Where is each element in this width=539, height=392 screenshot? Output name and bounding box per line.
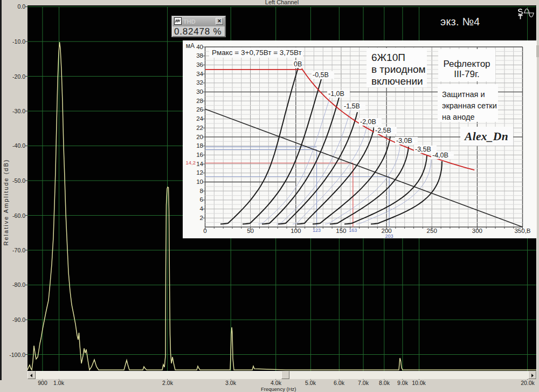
svg-text:300: 300 <box>472 228 482 234</box>
svg-text:24: 24 <box>196 115 203 122</box>
svg-text:203: 203 <box>385 233 393 238</box>
svg-text:III-79г.: III-79г. <box>454 69 480 79</box>
svg-text:26: 26 <box>196 106 203 113</box>
svg-text:Рефлектор: Рефлектор <box>443 59 490 69</box>
svg-text:-3,0B: -3,0B <box>396 137 412 145</box>
svg-text:8: 8 <box>200 188 203 194</box>
svg-text:-0,5B: -0,5B <box>313 71 329 79</box>
svg-text:20: 20 <box>196 134 203 140</box>
svg-text:6: 6 <box>200 196 203 203</box>
svg-text:36: 36 <box>196 61 203 68</box>
svg-text:-1,0B: -1,0B <box>328 90 344 98</box>
svg-text:Alex_Dn: Alex_Dn <box>464 130 508 143</box>
svg-text:12: 12 <box>196 169 203 176</box>
svg-text:экранная сетки: экранная сетки <box>442 101 497 110</box>
svg-text:в триодном: в триодном <box>371 64 426 75</box>
svg-text:34: 34 <box>196 71 203 77</box>
svg-text:-2,0B: -2,0B <box>360 118 376 126</box>
svg-text:мA: мA <box>186 42 195 50</box>
svg-text:10: 10 <box>196 178 203 185</box>
svg-text:50: 50 <box>247 228 254 234</box>
svg-text:18: 18 <box>196 142 203 149</box>
svg-text:6Ж10П: 6Ж10П <box>371 52 405 63</box>
svg-text:4: 4 <box>200 205 204 212</box>
svg-text:28: 28 <box>196 98 203 104</box>
svg-text:123: 123 <box>313 228 321 233</box>
svg-text:22: 22 <box>196 125 203 131</box>
svg-text:150: 150 <box>336 228 346 234</box>
svg-text:0B: 0B <box>294 60 302 68</box>
svg-text:на аноде: на аноде <box>442 113 474 121</box>
svg-text:Pмакс = 3+0,75Вт = 3,75Вт: Pмакс = 3+0,75Вт = 3,75Вт <box>212 49 302 57</box>
svg-text:0: 0 <box>203 228 206 234</box>
svg-text:-2,5B: -2,5B <box>375 127 391 134</box>
svg-text:40: 40 <box>196 44 203 50</box>
svg-text:-1,5B: -1,5B <box>344 102 360 110</box>
svg-text:100: 100 <box>291 228 301 234</box>
svg-text:163: 163 <box>349 228 357 233</box>
svg-text:32: 32 <box>196 79 203 86</box>
svg-text:30: 30 <box>196 88 203 95</box>
svg-text:14,2: 14,2 <box>186 160 196 166</box>
svg-text:2: 2 <box>200 215 203 221</box>
svg-text:250: 250 <box>427 228 437 234</box>
svg-text:-3,5B: -3,5B <box>415 146 431 153</box>
svg-text:38: 38 <box>196 52 203 59</box>
svg-text:14: 14 <box>196 161 203 167</box>
svg-text:включении: включении <box>371 75 423 87</box>
svg-text:16: 16 <box>196 152 203 158</box>
svg-text:350,B: 350,B <box>514 228 530 234</box>
svg-text:-4,0B: -4,0B <box>432 152 448 159</box>
svg-text:Защитная и: Защитная и <box>442 90 485 99</box>
